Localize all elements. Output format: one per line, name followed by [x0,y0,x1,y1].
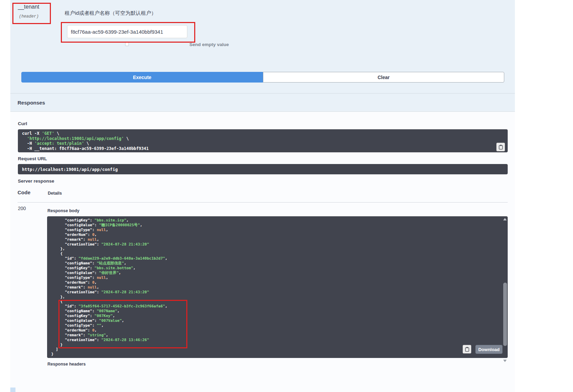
clipboard-icon [465,347,470,352]
swagger-operation-panel: __tenant (header) 租户id或者租户名称（可空为默认租户） Se… [0,0,573,392]
tenant-value-input[interactable] [67,25,187,38]
request-url-value: http://localhost:19001/api/app/config [18,164,508,174]
scroll-down-arrow[interactable] [503,360,507,362]
send-empty-value-label: Send empty value [189,42,229,47]
response-headers-label: Response headers [47,362,86,367]
download-button[interactable]: Download [475,345,503,354]
execute-button[interactable]: Execute [21,72,263,83]
next-opblock-edge [10,388,15,392]
server-response-label: Server response [18,178,54,184]
curl-command: curl -X 'GET' \ 'http://localhost:19001/… [18,129,508,152]
curl-label: Curl [18,121,27,126]
parameter-description: 租户id或者租户名称（可空为默认租户） [65,10,156,17]
responses-title: Responses [18,100,45,106]
send-empty-value-checkbox[interactable] [125,42,129,46]
request-url-label: Request URL [18,156,47,161]
status-code: 200 [18,206,26,211]
clear-button[interactable]: Clear [263,72,504,83]
clipboard-icon [498,144,503,150]
parameter-name: __tenant [18,4,39,10]
scroll-up-arrow[interactable] [503,218,507,220]
response-body-scrollbar-thumb[interactable] [503,283,507,346]
details-column-header: Details [48,191,62,196]
copy-response-button[interactable] [463,345,471,353]
parameter-location: (header) [19,14,39,19]
responses-header-bar: Responses [10,93,515,112]
copy-curl-button[interactable] [496,143,505,151]
code-column-header: Code [18,189,31,195]
request-url-text: http://localhost:19001/api/app/config [22,167,118,172]
table-header-divider [18,202,508,203]
response-body: "configKey": "bbs.site.icp", "configValu… [47,216,508,358]
response-body-label: Response body [47,208,79,213]
